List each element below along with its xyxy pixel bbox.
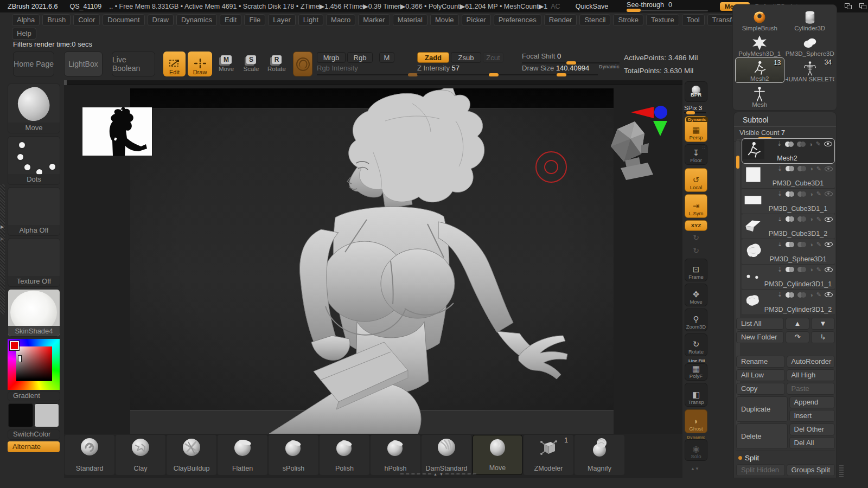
del-other-button[interactable]: Del Other: [789, 423, 835, 435]
perspective-button[interactable]: Dynamic ▦ Persp: [685, 116, 707, 142]
z-intensity-handle[interactable]: [489, 73, 499, 76]
rename-button[interactable]: Rename: [736, 356, 785, 368]
rotate-z-icon[interactable]: ↻: [690, 246, 703, 255]
displacement-icon[interactable]: ◑: [809, 241, 813, 248]
spix-slider[interactable]: SPix 3: [684, 105, 708, 111]
new-folder-button[interactable]: New Folder: [736, 331, 784, 343]
brushbar-scroll-indicator[interactable]: ▲ ▼: [400, 471, 476, 477]
zoom3d-button[interactable]: ⚲ Zoom3D: [685, 309, 707, 331]
current-material-swatch[interactable]: [293, 52, 312, 76]
menu-item[interactable]: Picker: [462, 14, 491, 26]
focal-shift-slider[interactable]: Focal Shift 0: [522, 52, 620, 63]
menu-item[interactable]: Stencil: [579, 14, 610, 26]
subtool-pin-icon[interactable]: ⇣: [777, 241, 782, 248]
lsym-button[interactable]: ⇥ L.Sym: [685, 194, 707, 218]
menu-item[interactable]: Preferences: [494, 14, 541, 26]
brush-item[interactable]: DamStandard: [422, 435, 471, 475]
menu-item[interactable]: Document: [103, 14, 144, 26]
menu-item[interactable]: Tool: [682, 14, 705, 26]
brush-item[interactable]: sPolish: [269, 435, 318, 475]
mrgb-button[interactable]: Mrgb: [317, 52, 346, 63]
uv-icon[interactable]: [797, 166, 806, 171]
paintbrush-icon[interactable]: ✎: [816, 291, 821, 298]
eye-visibility-icon[interactable]: [825, 191, 833, 196]
scroll-down-icon[interactable]: ▼: [439, 472, 443, 476]
z-intensity-slider[interactable]: Z Intensity 57: [417, 64, 522, 75]
rotate-gyro-button[interactable]: R Rotate: [266, 55, 288, 72]
stroke-picker[interactable]: Dots: [8, 136, 60, 185]
brush-item[interactable]: 1 ZModeler: [524, 435, 573, 475]
split-hidden-button[interactable]: Split Hidden: [736, 464, 785, 476]
menu-item[interactable]: Marker: [358, 14, 390, 26]
current-color-swatch[interactable]: [10, 341, 19, 350]
live-boolean-button[interactable]: Live Boolean: [112, 52, 155, 76]
polypaint-icon[interactable]: [786, 292, 794, 298]
paintbrush-icon[interactable]: ✎: [816, 241, 821, 248]
subtool-item[interactable]: ⇣ ◑ ✎ PM3D_Cube3D1_1: [742, 189, 835, 214]
uv-icon[interactable]: [797, 191, 806, 197]
brush-item[interactable]: Move: [473, 435, 522, 475]
scroll-up-icon[interactable]: ▲: [433, 472, 437, 476]
eye-visibility-icon[interactable]: [825, 166, 833, 171]
eye-visibility-icon[interactable]: [825, 267, 833, 272]
all-high-button[interactable]: All High: [787, 369, 835, 381]
eye-visibility-icon[interactable]: [825, 242, 833, 247]
move-canvas-button[interactable]: ✥ Move: [685, 284, 707, 306]
subtool-up-button[interactable]: ▲: [786, 318, 809, 330]
see-through-slider[interactable]: See-through 0: [627, 1, 708, 11]
zcut-button[interactable]: Zcut: [483, 52, 503, 63]
menu-item[interactable]: Macro: [326, 14, 355, 26]
displacement-icon[interactable]: ◑: [809, 141, 813, 147]
frame-button[interactable]: ⊡ Frame: [685, 259, 707, 281]
see-through-handle[interactable]: [627, 9, 641, 12]
subtool-pin-icon[interactable]: ⇣: [777, 291, 782, 298]
orientation-gizmo[interactable]: [597, 98, 684, 184]
subtool-down-button[interactable]: ▼: [811, 318, 835, 330]
previous-document-icon[interactable]: [845, 3, 852, 9]
subtool-pin-icon[interactable]: ⇣: [777, 266, 782, 273]
menu-item[interactable]: Color: [73, 14, 100, 26]
subtool-panel-title[interactable]: Subtool: [734, 112, 836, 127]
floor-button[interactable]: ⁚⁚ ↧ Floor: [685, 144, 707, 165]
subtool-pin-icon[interactable]: ⇣: [777, 216, 782, 223]
subtool-scroll-handle[interactable]: [736, 156, 739, 169]
xyz-button[interactable]: XYZ: [685, 220, 707, 231]
append-button[interactable]: Append: [789, 396, 835, 408]
all-low-button[interactable]: All Low: [736, 369, 785, 381]
subtool-item[interactable]: ⇣ ◑ ✎ PM3D_Cube3D1: [742, 164, 835, 189]
spix-handle[interactable]: [686, 111, 695, 114]
subtool-item[interactable]: ⇣ ◑ ✎ PM3D_Sphere3D1: [742, 239, 835, 265]
polypaint-icon[interactable]: [785, 142, 794, 147]
subtool-pin-icon[interactable]: ⇣: [777, 140, 782, 147]
displacement-icon[interactable]: ◑: [809, 292, 813, 298]
menu-item[interactable]: Stroke: [613, 14, 643, 26]
rail-arrow-icon[interactable]: ▶: [1, 236, 4, 241]
subtool-item[interactable]: ⇣ ◑ ✎ PM3D_Cylinder3D1_2: [742, 290, 835, 315]
paintbrush-icon[interactable]: ✎: [816, 266, 821, 273]
menu-item[interactable]: Light: [298, 14, 323, 26]
transp-button[interactable]: ◧ Transp: [685, 383, 707, 407]
color-picker[interactable]: [8, 339, 60, 390]
color-cursor[interactable]: [18, 355, 22, 362]
tool-item[interactable]: SimpleBrush: [735, 7, 784, 32]
edit-button[interactable]: Edit: [163, 52, 186, 76]
m-button[interactable]: M: [379, 52, 394, 63]
uv-icon[interactable]: [797, 267, 806, 272]
paintbrush-icon[interactable]: ✎: [816, 190, 821, 197]
corner-resize-grip[interactable]: [839, 465, 844, 477]
polypaint-icon[interactable]: [786, 166, 794, 171]
material-picker[interactable]: SkinShade4: [8, 289, 60, 337]
scale-gyro-button[interactable]: S Scale: [240, 55, 262, 72]
brush-item[interactable]: hPolish: [371, 435, 420, 475]
polypaint-icon[interactable]: [786, 267, 794, 272]
del-all-button[interactable]: Del All: [789, 437, 835, 449]
gradient-toggle[interactable]: Gradient: [8, 391, 60, 401]
split-section-header[interactable]: Split: [736, 451, 835, 464]
local-button[interactable]: ↺ Local: [685, 168, 707, 192]
alpha-picker[interactable]: Alpha Off: [8, 187, 60, 236]
groups-split-button[interactable]: Groups Split: [787, 464, 835, 476]
menu-item[interactable]: Texture: [646, 14, 679, 26]
polypaint-icon[interactable]: [786, 216, 794, 222]
rgb-intensity-slider[interactable]: Rgb Intensity: [317, 64, 412, 75]
ghost-button[interactable]: ◗ Ghost: [685, 409, 707, 433]
